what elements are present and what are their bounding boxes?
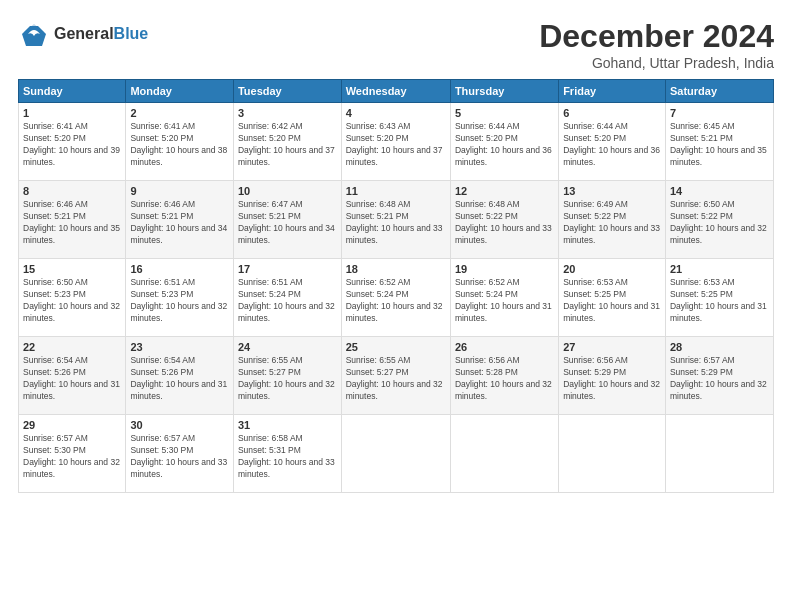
table-cell: 15Sunrise: 6:50 AMSunset: 5:23 PMDayligh… <box>19 259 126 337</box>
day-number: 21 <box>670 263 769 275</box>
location: Gohand, Uttar Pradesh, India <box>539 55 774 71</box>
table-cell: 29Sunrise: 6:57 AMSunset: 5:30 PMDayligh… <box>19 415 126 493</box>
day-number: 15 <box>23 263 121 275</box>
day-number: 7 <box>670 107 769 119</box>
day-number: 26 <box>455 341 554 353</box>
table-cell: 26Sunrise: 6:56 AMSunset: 5:28 PMDayligh… <box>450 337 558 415</box>
table-cell <box>559 415 666 493</box>
col-monday: Monday <box>126 80 234 103</box>
table-cell <box>341 415 450 493</box>
table-cell: 10Sunrise: 6:47 AMSunset: 5:21 PMDayligh… <box>233 181 341 259</box>
page: GeneralBlue December 2024 Gohand, Uttar … <box>0 0 792 612</box>
table-cell: 19Sunrise: 6:52 AMSunset: 5:24 PMDayligh… <box>450 259 558 337</box>
day-info: Sunrise: 6:43 AMSunset: 5:20 PMDaylight:… <box>346 121 446 169</box>
day-number: 5 <box>455 107 554 119</box>
day-number: 9 <box>130 185 229 197</box>
day-number: 10 <box>238 185 337 197</box>
day-info: Sunrise: 6:42 AMSunset: 5:20 PMDaylight:… <box>238 121 337 169</box>
table-cell: 27Sunrise: 6:56 AMSunset: 5:29 PMDayligh… <box>559 337 666 415</box>
table-cell: 11Sunrise: 6:48 AMSunset: 5:21 PMDayligh… <box>341 181 450 259</box>
day-info: Sunrise: 6:41 AMSunset: 5:20 PMDaylight:… <box>23 121 121 169</box>
day-info: Sunrise: 6:51 AMSunset: 5:23 PMDaylight:… <box>130 277 229 325</box>
logo-blue-text: Blue <box>114 25 149 42</box>
calendar-table: Sunday Monday Tuesday Wednesday Thursday… <box>18 79 774 493</box>
table-cell: 13Sunrise: 6:49 AMSunset: 5:22 PMDayligh… <box>559 181 666 259</box>
table-cell: 23Sunrise: 6:54 AMSunset: 5:26 PMDayligh… <box>126 337 234 415</box>
day-info: Sunrise: 6:44 AMSunset: 5:20 PMDaylight:… <box>455 121 554 169</box>
table-cell: 16Sunrise: 6:51 AMSunset: 5:23 PMDayligh… <box>126 259 234 337</box>
table-cell: 12Sunrise: 6:48 AMSunset: 5:22 PMDayligh… <box>450 181 558 259</box>
day-info: Sunrise: 6:49 AMSunset: 5:22 PMDaylight:… <box>563 199 661 247</box>
logo-general: General <box>54 25 114 42</box>
day-info: Sunrise: 6:57 AMSunset: 5:29 PMDaylight:… <box>670 355 769 403</box>
day-number: 28 <box>670 341 769 353</box>
day-info: Sunrise: 6:44 AMSunset: 5:20 PMDaylight:… <box>563 121 661 169</box>
col-saturday: Saturday <box>665 80 773 103</box>
month-title: December 2024 <box>539 18 774 55</box>
table-cell: 14Sunrise: 6:50 AMSunset: 5:22 PMDayligh… <box>665 181 773 259</box>
day-info: Sunrise: 6:56 AMSunset: 5:29 PMDaylight:… <box>563 355 661 403</box>
day-info: Sunrise: 6:45 AMSunset: 5:21 PMDaylight:… <box>670 121 769 169</box>
table-cell: 17Sunrise: 6:51 AMSunset: 5:24 PMDayligh… <box>233 259 341 337</box>
day-number: 3 <box>238 107 337 119</box>
col-wednesday: Wednesday <box>341 80 450 103</box>
day-info: Sunrise: 6:46 AMSunset: 5:21 PMDaylight:… <box>23 199 121 247</box>
day-info: Sunrise: 6:56 AMSunset: 5:28 PMDaylight:… <box>455 355 554 403</box>
table-cell: 7Sunrise: 6:45 AMSunset: 5:21 PMDaylight… <box>665 103 773 181</box>
day-info: Sunrise: 6:46 AMSunset: 5:21 PMDaylight:… <box>130 199 229 247</box>
day-number: 2 <box>130 107 229 119</box>
table-cell: 2Sunrise: 6:41 AMSunset: 5:20 PMDaylight… <box>126 103 234 181</box>
day-number: 23 <box>130 341 229 353</box>
table-cell: 28Sunrise: 6:57 AMSunset: 5:29 PMDayligh… <box>665 337 773 415</box>
table-cell: 1Sunrise: 6:41 AMSunset: 5:20 PMDaylight… <box>19 103 126 181</box>
day-info: Sunrise: 6:58 AMSunset: 5:31 PMDaylight:… <box>238 433 337 481</box>
table-cell: 22Sunrise: 6:54 AMSunset: 5:26 PMDayligh… <box>19 337 126 415</box>
day-number: 29 <box>23 419 121 431</box>
table-cell: 3Sunrise: 6:42 AMSunset: 5:20 PMDaylight… <box>233 103 341 181</box>
day-info: Sunrise: 6:50 AMSunset: 5:23 PMDaylight:… <box>23 277 121 325</box>
day-number: 6 <box>563 107 661 119</box>
table-row: 29Sunrise: 6:57 AMSunset: 5:30 PMDayligh… <box>19 415 774 493</box>
day-info: Sunrise: 6:53 AMSunset: 5:25 PMDaylight:… <box>670 277 769 325</box>
header: GeneralBlue December 2024 Gohand, Uttar … <box>18 18 774 71</box>
day-info: Sunrise: 6:54 AMSunset: 5:26 PMDaylight:… <box>23 355 121 403</box>
table-cell <box>450 415 558 493</box>
day-number: 17 <box>238 263 337 275</box>
table-cell: 8Sunrise: 6:46 AMSunset: 5:21 PMDaylight… <box>19 181 126 259</box>
day-number: 25 <box>346 341 446 353</box>
day-number: 31 <box>238 419 337 431</box>
table-cell: 5Sunrise: 6:44 AMSunset: 5:20 PMDaylight… <box>450 103 558 181</box>
table-cell: 18Sunrise: 6:52 AMSunset: 5:24 PMDayligh… <box>341 259 450 337</box>
day-info: Sunrise: 6:48 AMSunset: 5:21 PMDaylight:… <box>346 199 446 247</box>
title-block: December 2024 Gohand, Uttar Pradesh, Ind… <box>539 18 774 71</box>
table-cell: 21Sunrise: 6:53 AMSunset: 5:25 PMDayligh… <box>665 259 773 337</box>
day-number: 8 <box>23 185 121 197</box>
day-number: 22 <box>23 341 121 353</box>
table-row: 15Sunrise: 6:50 AMSunset: 5:23 PMDayligh… <box>19 259 774 337</box>
col-thursday: Thursday <box>450 80 558 103</box>
day-info: Sunrise: 6:48 AMSunset: 5:22 PMDaylight:… <box>455 199 554 247</box>
day-number: 20 <box>563 263 661 275</box>
day-number: 30 <box>130 419 229 431</box>
table-cell: 25Sunrise: 6:55 AMSunset: 5:27 PMDayligh… <box>341 337 450 415</box>
day-number: 19 <box>455 263 554 275</box>
day-number: 12 <box>455 185 554 197</box>
day-number: 1 <box>23 107 121 119</box>
day-number: 4 <box>346 107 446 119</box>
day-info: Sunrise: 6:51 AMSunset: 5:24 PMDaylight:… <box>238 277 337 325</box>
day-number: 11 <box>346 185 446 197</box>
table-row: 22Sunrise: 6:54 AMSunset: 5:26 PMDayligh… <box>19 337 774 415</box>
day-number: 16 <box>130 263 229 275</box>
table-cell: 9Sunrise: 6:46 AMSunset: 5:21 PMDaylight… <box>126 181 234 259</box>
day-info: Sunrise: 6:57 AMSunset: 5:30 PMDaylight:… <box>23 433 121 481</box>
table-cell <box>665 415 773 493</box>
day-info: Sunrise: 6:50 AMSunset: 5:22 PMDaylight:… <box>670 199 769 247</box>
day-number: 27 <box>563 341 661 353</box>
day-info: Sunrise: 6:57 AMSunset: 5:30 PMDaylight:… <box>130 433 229 481</box>
day-info: Sunrise: 6:55 AMSunset: 5:27 PMDaylight:… <box>346 355 446 403</box>
day-number: 13 <box>563 185 661 197</box>
table-row: 1Sunrise: 6:41 AMSunset: 5:20 PMDaylight… <box>19 103 774 181</box>
col-tuesday: Tuesday <box>233 80 341 103</box>
table-cell: 31Sunrise: 6:58 AMSunset: 5:31 PMDayligh… <box>233 415 341 493</box>
logo: GeneralBlue <box>18 18 148 50</box>
